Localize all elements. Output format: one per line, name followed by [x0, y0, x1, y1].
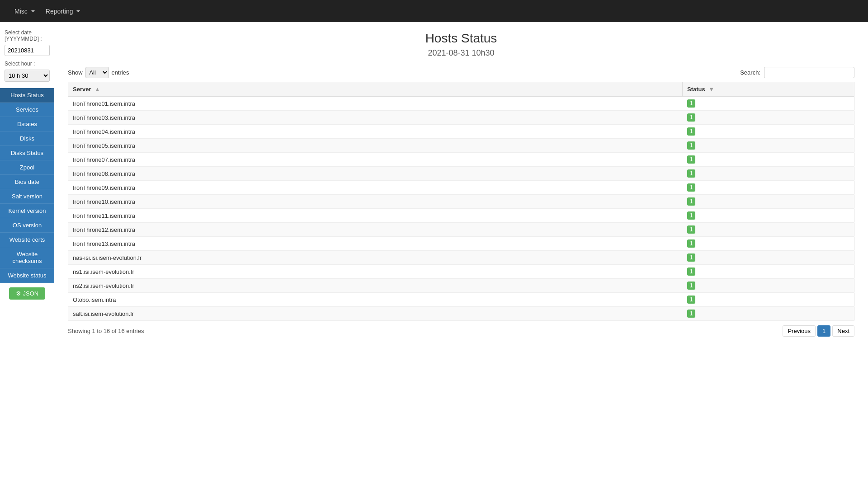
server-cell: ns2.isi.isem-evolution.fr	[68, 279, 683, 293]
sidebar-item-kernel-version[interactable]: Kernel version	[0, 204, 54, 218]
status-badge: 1	[687, 253, 696, 262]
status-badge: 1	[687, 183, 696, 192]
status-badge: 1	[687, 155, 696, 164]
server-cell: Otobo.isem.intra	[68, 293, 683, 307]
status-cell: 1	[683, 97, 854, 111]
hour-select[interactable]: 10 h 30 09 h 00 08 h 00	[5, 70, 50, 82]
table-row: IronThrone10.isem.intra1	[68, 195, 854, 209]
server-cell: ns1.isi.isem-evolution.fr	[68, 265, 683, 279]
pagination-controls: Previous 1 Next	[783, 325, 854, 337]
status-badge: 1	[687, 197, 696, 206]
status-badge: 1	[687, 113, 696, 122]
page-subtitle: 2021-08-31 10h30	[68, 48, 854, 58]
sidebar-item-salt-version[interactable]: Salt version	[0, 189, 54, 204]
server-sort-icon: ▲	[94, 86, 100, 93]
sidebar-item-website-checksums[interactable]: Website checksums	[0, 247, 54, 268]
status-cell: 1	[683, 237, 854, 251]
status-cell: 1	[683, 293, 854, 307]
table-row: IronThrone13.isem.intra1	[68, 237, 854, 251]
sidebar-item-hosts-status[interactable]: Hosts Status	[0, 88, 54, 103]
nav-reporting[interactable]: Reporting	[40, 1, 86, 21]
status-badge: 1	[687, 296, 696, 304]
status-badge: 1	[687, 225, 696, 234]
table-row: IronThrone12.isem.intra1	[68, 223, 854, 237]
nav-misc[interactable]: Misc	[9, 1, 40, 21]
entries-label: entries	[112, 69, 129, 76]
table-row: nas-isi.isi.isem-evolution.fr1	[68, 251, 854, 265]
server-cell: IronThrone10.isem.intra	[68, 195, 683, 209]
prev-button[interactable]: Previous	[783, 325, 816, 337]
search-box: Search:	[740, 67, 854, 78]
status-cell: 1	[683, 153, 854, 167]
status-cell: 1	[683, 209, 854, 223]
server-cell: IronThrone09.isem.intra	[68, 181, 683, 195]
date-input[interactable]	[5, 45, 50, 56]
date-label: Select date [YYYYMMDD] :	[0, 27, 54, 43]
status-cell: 1	[683, 181, 854, 195]
table-row: IronThrone05.isem.intra1	[68, 139, 854, 153]
next-button[interactable]: Next	[832, 325, 854, 337]
server-cell: IronThrone07.isem.intra	[68, 153, 683, 167]
col-status[interactable]: Status ▼	[683, 82, 854, 97]
server-cell: IronThrone05.isem.intra	[68, 139, 683, 153]
status-badge: 1	[687, 239, 696, 248]
showing-text: Showing 1 to 16 of 16 entries	[68, 328, 144, 334]
status-cell: 1	[683, 125, 854, 139]
page-title: Hosts Status	[68, 31, 854, 46]
sidebar-item-os-version[interactable]: OS version	[0, 218, 54, 233]
server-cell: IronThrone03.isem.intra	[68, 111, 683, 125]
main-layout: Select date [YYYYMMDD] : Select hour : 1…	[0, 22, 868, 488]
search-input[interactable]	[764, 67, 854, 78]
status-badge: 1	[687, 310, 696, 318]
status-cell: 1	[683, 223, 854, 237]
table-controls: Show All 10 25 50 100 entries Search:	[68, 67, 854, 78]
status-cell: 1	[683, 139, 854, 153]
table-row: salt.isi.isem-evolution.fr1	[68, 307, 854, 321]
status-cell: 1	[683, 111, 854, 125]
sidebar-item-services[interactable]: Services	[0, 103, 54, 117]
sidebar-item-zpool[interactable]: Zpool	[0, 160, 54, 175]
nav-misc-label: Misc	[14, 8, 28, 15]
pagination-bar: Showing 1 to 16 of 16 entries Previous 1…	[68, 325, 854, 337]
server-cell: IronThrone08.isem.intra	[68, 167, 683, 181]
status-cell: 1	[683, 195, 854, 209]
server-cell: IronThrone11.isem.intra	[68, 209, 683, 223]
sidebar: Select date [YYYYMMDD] : Select hour : 1…	[0, 22, 54, 488]
show-entries: Show All 10 25 50 100 entries	[68, 67, 129, 78]
table-row: IronThrone11.isem.intra1	[68, 209, 854, 223]
navbar: Misc Reporting	[0, 0, 868, 22]
page-1-button[interactable]: 1	[817, 325, 830, 337]
table-row: ns2.isi.isem-evolution.fr1	[68, 279, 854, 293]
server-cell: IronThrone04.isem.intra	[68, 125, 683, 139]
status-cell: 1	[683, 307, 854, 321]
sidebar-item-website-status[interactable]: Website status	[0, 268, 54, 283]
table-row: IronThrone07.isem.intra1	[68, 153, 854, 167]
sidebar-nav: Hosts StatusServicesDstatesDisksDisks St…	[0, 88, 54, 283]
sidebar-item-website-certs[interactable]: Website certs	[0, 233, 54, 247]
sidebar-item-disks-status[interactable]: Disks Status	[0, 146, 54, 160]
sidebar-item-dstates[interactable]: Dstates	[0, 117, 54, 131]
server-cell: IronThrone01.isem.intra	[68, 97, 683, 111]
server-cell: salt.isi.isem-evolution.fr	[68, 307, 683, 321]
status-cell: 1	[683, 251, 854, 265]
content-area: Hosts Status 2021-08-31 10h30 Show All 1…	[54, 22, 868, 488]
json-button[interactable]: ⚙ JSON	[9, 287, 45, 300]
col-server[interactable]: Server ▲	[68, 82, 683, 97]
table-row: Otobo.isem.intra1	[68, 293, 854, 307]
sidebar-item-bios-date[interactable]: Bios date	[0, 175, 54, 189]
table-row: IronThrone08.isem.intra1	[68, 167, 854, 181]
table-row: IronThrone03.isem.intra1	[68, 111, 854, 125]
hour-select-group: 10 h 30 09 h 00 08 h 00	[0, 68, 54, 84]
server-cell: IronThrone12.isem.intra	[68, 223, 683, 237]
entries-select[interactable]: All 10 25 50 100	[85, 67, 109, 78]
status-badge: 1	[687, 99, 696, 108]
data-table: Server ▲ Status ▼ IronThrone01.isem.intr…	[68, 82, 854, 321]
status-badge: 1	[687, 267, 696, 276]
nav-reporting-label: Reporting	[46, 8, 73, 15]
misc-caret-icon	[31, 10, 35, 12]
table-header-row: Server ▲ Status ▼	[68, 82, 854, 97]
sidebar-item-disks[interactable]: Disks	[0, 131, 54, 146]
search-label: Search:	[740, 69, 760, 76]
table-row: ns1.isi.isem-evolution.fr1	[68, 265, 854, 279]
server-cell: IronThrone13.isem.intra	[68, 237, 683, 251]
